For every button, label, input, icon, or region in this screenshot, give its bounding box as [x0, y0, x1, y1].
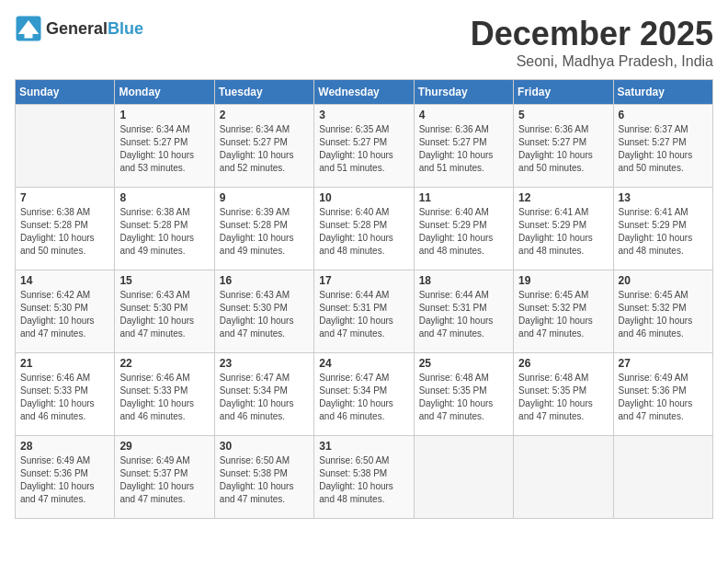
- calendar-day-cell: 26Sunrise: 6:48 AM Sunset: 5:35 PM Dayli…: [514, 353, 613, 436]
- calendar-day-cell: [414, 436, 513, 519]
- day-info: Sunrise: 6:50 AM Sunset: 5:38 PM Dayligh…: [319, 454, 408, 506]
- calendar-week-row: 21Sunrise: 6:46 AM Sunset: 5:33 PM Dayli…: [16, 353, 713, 436]
- calendar-day-cell: 24Sunrise: 6:47 AM Sunset: 5:34 PM Dayli…: [314, 353, 414, 436]
- weekday-header-row: SundayMondayTuesdayWednesdayThursdayFrid…: [16, 80, 713, 105]
- weekday-header-cell: Friday: [514, 80, 613, 105]
- day-info: Sunrise: 6:49 AM Sunset: 5:36 PM Dayligh…: [619, 372, 708, 423]
- day-number: 5: [518, 109, 608, 121]
- day-number: 25: [419, 357, 508, 370]
- day-info: Sunrise: 6:45 AM Sunset: 5:32 PM Dayligh…: [518, 289, 608, 340]
- day-info: Sunrise: 6:44 AM Sunset: 5:31 PM Dayligh…: [419, 289, 508, 340]
- day-info: Sunrise: 6:41 AM Sunset: 5:29 PM Dayligh…: [518, 206, 608, 258]
- day-number: 26: [518, 357, 608, 370]
- day-number: 22: [119, 357, 209, 370]
- day-info: Sunrise: 6:48 AM Sunset: 5:35 PM Dayligh…: [518, 372, 608, 423]
- day-number: 18: [419, 274, 508, 287]
- day-info: Sunrise: 6:36 AM Sunset: 5:27 PM Dayligh…: [419, 123, 508, 175]
- day-number: 14: [20, 274, 109, 287]
- calendar-day-cell: 29Sunrise: 6:49 AM Sunset: 5:37 PM Dayli…: [115, 436, 214, 519]
- calendar-day-cell: [16, 105, 115, 188]
- location-title: Seoni, Madhya Pradesh, India: [471, 53, 713, 70]
- calendar-day-cell: 21Sunrise: 6:46 AM Sunset: 5:33 PM Dayli…: [16, 353, 115, 436]
- calendar-day-cell: 23Sunrise: 6:47 AM Sunset: 5:34 PM Dayli…: [214, 353, 313, 436]
- svg-rect-2: [25, 34, 33, 39]
- day-number: 21: [20, 357, 109, 370]
- day-info: Sunrise: 6:36 AM Sunset: 5:27 PM Dayligh…: [518, 123, 608, 175]
- logo: GeneralBlue: [15, 15, 143, 42]
- logo-text-general: General: [46, 19, 108, 38]
- day-number: 11: [419, 191, 508, 204]
- calendar-week-row: 14Sunrise: 6:42 AM Sunset: 5:30 PM Dayli…: [16, 270, 713, 353]
- calendar-day-cell: 7Sunrise: 6:38 AM Sunset: 5:28 PM Daylig…: [16, 188, 115, 270]
- day-info: Sunrise: 6:34 AM Sunset: 5:27 PM Dayligh…: [220, 123, 309, 175]
- calendar-day-cell: 12Sunrise: 6:41 AM Sunset: 5:29 PM Dayli…: [514, 188, 613, 270]
- day-info: Sunrise: 6:40 AM Sunset: 5:29 PM Dayligh…: [419, 206, 508, 258]
- day-info: Sunrise: 6:42 AM Sunset: 5:30 PM Dayligh…: [20, 289, 109, 340]
- day-info: Sunrise: 6:48 AM Sunset: 5:35 PM Dayligh…: [419, 372, 508, 423]
- day-number: 30: [220, 440, 309, 453]
- calendar-day-cell: 19Sunrise: 6:45 AM Sunset: 5:32 PM Dayli…: [514, 270, 613, 353]
- day-number: 17: [319, 274, 408, 287]
- day-info: Sunrise: 6:35 AM Sunset: 5:27 PM Dayligh…: [319, 123, 408, 175]
- calendar-day-cell: [514, 436, 613, 519]
- day-info: Sunrise: 6:46 AM Sunset: 5:33 PM Dayligh…: [119, 372, 209, 423]
- calendar-day-cell: 28Sunrise: 6:49 AM Sunset: 5:36 PM Dayli…: [16, 436, 115, 519]
- calendar-body: 1Sunrise: 6:34 AM Sunset: 5:27 PM Daylig…: [16, 105, 713, 519]
- day-info: Sunrise: 6:43 AM Sunset: 5:30 PM Dayligh…: [220, 289, 309, 340]
- day-info: Sunrise: 6:45 AM Sunset: 5:32 PM Dayligh…: [619, 289, 708, 340]
- calendar-day-cell: 6Sunrise: 6:37 AM Sunset: 5:27 PM Daylig…: [613, 105, 712, 188]
- logo-text-blue: Blue: [108, 19, 143, 38]
- day-info: Sunrise: 6:49 AM Sunset: 5:36 PM Dayligh…: [20, 454, 109, 506]
- calendar-day-cell: 10Sunrise: 6:40 AM Sunset: 5:28 PM Dayli…: [314, 188, 414, 270]
- calendar-day-cell: 31Sunrise: 6:50 AM Sunset: 5:38 PM Dayli…: [314, 436, 414, 519]
- weekday-header-cell: Sunday: [16, 80, 115, 105]
- day-info: Sunrise: 6:34 AM Sunset: 5:27 PM Dayligh…: [119, 123, 209, 175]
- day-info: Sunrise: 6:47 AM Sunset: 5:34 PM Dayligh…: [220, 372, 309, 423]
- day-number: 27: [619, 357, 708, 370]
- day-number: 13: [619, 191, 708, 204]
- day-number: 31: [319, 440, 408, 453]
- calendar-day-cell: 14Sunrise: 6:42 AM Sunset: 5:30 PM Dayli…: [16, 270, 115, 353]
- calendar-table: SundayMondayTuesdayWednesdayThursdayFrid…: [15, 79, 713, 519]
- day-number: 4: [419, 109, 508, 121]
- day-number: 16: [220, 274, 309, 287]
- day-number: 19: [518, 274, 608, 287]
- calendar-day-cell: 2Sunrise: 6:34 AM Sunset: 5:27 PM Daylig…: [214, 105, 313, 188]
- calendar-day-cell: 15Sunrise: 6:43 AM Sunset: 5:30 PM Dayli…: [115, 270, 214, 353]
- day-number: 29: [119, 440, 209, 453]
- logo-icon: [15, 15, 42, 42]
- calendar-week-row: 1Sunrise: 6:34 AM Sunset: 5:27 PM Daylig…: [16, 105, 713, 188]
- day-info: Sunrise: 6:40 AM Sunset: 5:28 PM Dayligh…: [319, 206, 408, 258]
- weekday-header-cell: Tuesday: [214, 80, 313, 105]
- day-info: Sunrise: 6:38 AM Sunset: 5:28 PM Dayligh…: [119, 206, 209, 258]
- header: GeneralBlue December 2025 Seoni, Madhya …: [15, 15, 713, 70]
- calendar-day-cell: 30Sunrise: 6:50 AM Sunset: 5:38 PM Dayli…: [214, 436, 313, 519]
- calendar-day-cell: 4Sunrise: 6:36 AM Sunset: 5:27 PM Daylig…: [414, 105, 513, 188]
- day-info: Sunrise: 6:43 AM Sunset: 5:30 PM Dayligh…: [119, 289, 209, 340]
- calendar-day-cell: 20Sunrise: 6:45 AM Sunset: 5:32 PM Dayli…: [613, 270, 712, 353]
- day-info: Sunrise: 6:37 AM Sunset: 5:27 PM Dayligh…: [619, 123, 708, 175]
- calendar-day-cell: [613, 436, 712, 519]
- day-number: 15: [119, 274, 209, 287]
- day-info: Sunrise: 6:50 AM Sunset: 5:38 PM Dayligh…: [220, 454, 309, 506]
- calendar-day-cell: 22Sunrise: 6:46 AM Sunset: 5:33 PM Dayli…: [115, 353, 214, 436]
- day-info: Sunrise: 6:49 AM Sunset: 5:37 PM Dayligh…: [119, 454, 209, 506]
- day-info: Sunrise: 6:41 AM Sunset: 5:29 PM Dayligh…: [619, 206, 708, 258]
- calendar-day-cell: 9Sunrise: 6:39 AM Sunset: 5:28 PM Daylig…: [214, 188, 313, 270]
- day-number: 2: [220, 109, 309, 121]
- calendar-day-cell: 18Sunrise: 6:44 AM Sunset: 5:31 PM Dayli…: [414, 270, 513, 353]
- day-number: 24: [319, 357, 408, 370]
- day-number: 23: [220, 357, 309, 370]
- calendar-day-cell: 17Sunrise: 6:44 AM Sunset: 5:31 PM Dayli…: [314, 270, 414, 353]
- month-title: December 2025: [471, 15, 713, 53]
- day-number: 7: [20, 191, 109, 204]
- day-info: Sunrise: 6:39 AM Sunset: 5:28 PM Dayligh…: [220, 206, 309, 258]
- weekday-header-cell: Saturday: [613, 80, 712, 105]
- day-number: 8: [119, 191, 209, 204]
- day-number: 10: [319, 191, 408, 204]
- calendar-day-cell: 27Sunrise: 6:49 AM Sunset: 5:36 PM Dayli…: [613, 353, 712, 436]
- day-number: 1: [119, 109, 209, 121]
- weekday-header-cell: Wednesday: [314, 80, 414, 105]
- day-info: Sunrise: 6:38 AM Sunset: 5:28 PM Dayligh…: [20, 206, 109, 258]
- calendar-day-cell: 13Sunrise: 6:41 AM Sunset: 5:29 PM Dayli…: [613, 188, 712, 270]
